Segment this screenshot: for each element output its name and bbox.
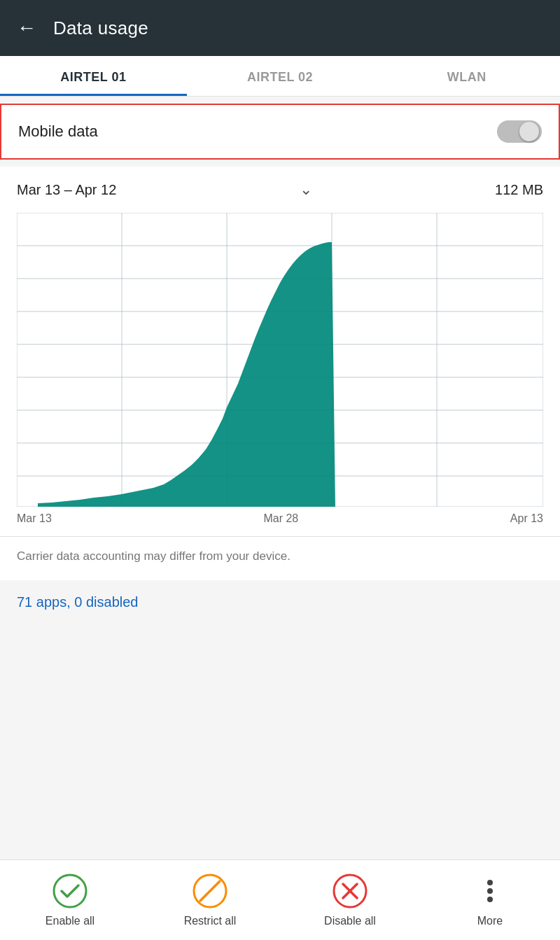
tab-bar: AIRTEL 01 AIRTEL 02 WLAN xyxy=(0,56,560,97)
svg-point-23 xyxy=(487,880,493,885)
svg-point-25 xyxy=(487,897,493,902)
enable-all-button[interactable]: Enable all xyxy=(0,860,140,940)
apps-count-section: 71 apps, 0 disabled xyxy=(0,580,560,617)
disclaimer-text: Carrier data accounting may differ from … xyxy=(0,536,560,580)
svg-point-24 xyxy=(487,888,493,894)
data-usage-chart: Mar 13 Mar 28 Apr 13 xyxy=(0,213,560,536)
restrict-all-button[interactable]: Restrict all xyxy=(140,860,280,940)
chart-label-end: Apr 13 xyxy=(510,512,543,525)
back-button[interactable]: ← xyxy=(17,17,36,39)
chart-label-mid: Mar 28 xyxy=(263,512,298,525)
app-header: ← Data usage xyxy=(0,0,560,56)
svg-line-19 xyxy=(200,881,220,901)
tab-wlan[interactable]: WLAN xyxy=(373,56,560,96)
toggle-knob xyxy=(519,122,539,141)
x-circle-icon xyxy=(332,873,368,909)
date-range-row[interactable]: Mar 13 – Apr 12 ⌄ 112 MB xyxy=(0,167,560,213)
date-range-text: Mar 13 – Apr 12 xyxy=(17,182,116,198)
bottom-action-bar: Enable all Restrict all Disable all More xyxy=(0,860,560,940)
mobile-data-toggle[interactable] xyxy=(497,120,542,143)
enable-all-label: Enable all xyxy=(46,915,94,927)
tab-airtel01[interactable]: AIRTEL 01 xyxy=(0,56,187,96)
mobile-data-row[interactable]: Mobile data xyxy=(0,104,560,160)
check-circle-icon xyxy=(52,873,88,909)
chevron-down-icon: ⌄ xyxy=(300,181,312,199)
dots-vertical-icon xyxy=(472,873,508,909)
chart-labels: Mar 13 Mar 28 Apr 13 xyxy=(17,507,543,536)
restrict-all-label: Restrict all xyxy=(184,915,237,927)
more-button[interactable]: More xyxy=(420,860,560,940)
apps-count-label: 71 apps, 0 disabled xyxy=(17,594,138,610)
page-title: Data usage xyxy=(53,17,148,39)
chart-svg xyxy=(17,213,543,507)
svg-marker-16 xyxy=(38,242,335,507)
disable-all-label: Disable all xyxy=(324,915,376,927)
restrict-circle-icon xyxy=(192,873,228,909)
more-label: More xyxy=(477,915,503,927)
data-size-label: 112 MB xyxy=(495,182,543,198)
tab-airtel02[interactable]: AIRTEL 02 xyxy=(187,56,374,96)
chart-label-start: Mar 13 xyxy=(17,512,52,525)
svg-point-17 xyxy=(54,875,86,907)
mobile-data-label: Mobile data xyxy=(18,122,98,141)
disable-all-button[interactable]: Disable all xyxy=(280,860,420,940)
